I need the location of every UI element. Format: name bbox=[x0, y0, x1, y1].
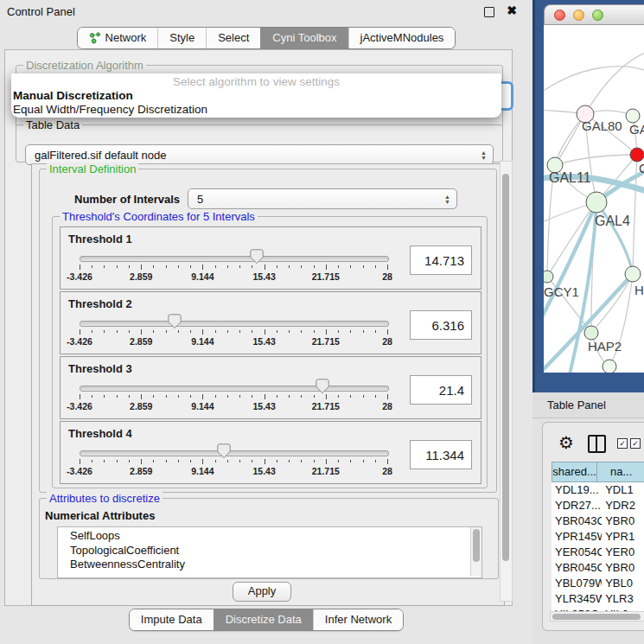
zoom-traffic-light-icon[interactable] bbox=[592, 10, 603, 21]
table-row[interactable]: YDR27...YDR2 bbox=[552, 498, 644, 513]
network-node-ga[interactable] bbox=[626, 109, 640, 123]
table-cell[interactable]: YDR27... bbox=[552, 498, 602, 513]
table-cell[interactable]: YLR3 bbox=[602, 591, 644, 607]
table-row[interactable]: YDL19...YDL1 bbox=[552, 482, 644, 498]
popup-option-manual-discretization[interactable]: Manual Discretization bbox=[11, 89, 501, 103]
node-attribute-table[interactable]: shared... na... YDL19...YDL1YDR27...YDR2… bbox=[552, 462, 644, 611]
checkbox-icon[interactable]: ✓ bbox=[617, 438, 628, 449]
table-cell[interactable]: YER054C bbox=[552, 545, 602, 560]
network-node-h[interactable] bbox=[625, 266, 641, 282]
network-node-gal4[interactable] bbox=[586, 192, 607, 213]
attribute-list-item[interactable]: BetweennessCentrality bbox=[70, 558, 481, 572]
tab-select[interactable]: Select bbox=[206, 28, 260, 48]
slider-tick bbox=[314, 265, 315, 268]
threshold-4-value-field[interactable]: 11.344 bbox=[410, 440, 472, 469]
table-cell[interactable]: YPR1 bbox=[602, 529, 644, 545]
network-view-canvas[interactable]: GAL80GACGAL11GAL4GCY1HHAP2 bbox=[544, 25, 644, 373]
popup-option-equal-width-frequency[interactable]: Equal Width/Frequency Discretization bbox=[11, 103, 501, 117]
table-row[interactable]: YLR345WYLR3 bbox=[552, 591, 644, 607]
threshold-4-slider-thumb[interactable] bbox=[217, 443, 231, 459]
popup-placeholder-option[interactable]: Select algorithm to view settings bbox=[11, 73, 501, 89]
table-cell[interactable]: YBL0 bbox=[602, 576, 644, 591]
tab-style[interactable]: Style bbox=[157, 28, 206, 48]
slider-tick bbox=[289, 460, 290, 462]
column-header-shared-name[interactable]: shared... bbox=[552, 462, 596, 482]
table-cell[interactable]: YPR145W bbox=[552, 529, 602, 545]
network-node-label: C bbox=[639, 161, 644, 175]
table-cell[interactable]: YDR2 bbox=[602, 498, 644, 513]
attributes-group-title: Attributes to discretize bbox=[47, 492, 163, 505]
tab-label: Discretize Data bbox=[226, 609, 302, 630]
table-row[interactable]: YPR145WYPR1 bbox=[552, 529, 644, 545]
slider-tick bbox=[227, 330, 228, 333]
threshold-1-slider-track[interactable] bbox=[80, 256, 389, 262]
table-row[interactable]: YBR045CYBR0 bbox=[552, 560, 644, 576]
tab-impute-data[interactable]: Impute Data bbox=[130, 609, 214, 630]
slider-tick bbox=[387, 394, 388, 399]
table-cell[interactable]: YBR043C bbox=[552, 513, 602, 529]
table-row[interactable]: YER054CYER0 bbox=[552, 545, 644, 560]
threshold-3-slider-track[interactable] bbox=[80, 386, 389, 392]
network-node-c[interactable] bbox=[630, 148, 644, 162]
checkbox-icon[interactable]: ✓ bbox=[630, 438, 641, 449]
tab-network[interactable]: Network bbox=[78, 28, 158, 48]
apply-button[interactable]: Apply bbox=[233, 582, 291, 602]
network-edge[interactable] bbox=[585, 51, 644, 114]
table-cell[interactable]: YDL19... bbox=[552, 482, 602, 498]
threshold-3-slider-thumb[interactable] bbox=[316, 379, 329, 394]
slider-tick bbox=[326, 459, 327, 464]
table-cell[interactable]: YBR0 bbox=[602, 560, 644, 576]
slider-tick bbox=[326, 394, 327, 399]
attribute-list-item[interactable]: TopologicalCoefficient bbox=[70, 544, 481, 558]
tab-infer-network[interactable]: Infer Network bbox=[313, 609, 403, 630]
close-icon[interactable]: ✖ bbox=[507, 3, 517, 17]
table-cell[interactable]: YBR0 bbox=[602, 513, 644, 529]
threshold-1-slider-thumb[interactable] bbox=[250, 249, 264, 265]
threshold-2-slider-track[interactable] bbox=[80, 321, 389, 327]
threshold-2-slider-thumb[interactable] bbox=[168, 314, 182, 329]
numerical-attributes-list[interactable]: SelfLoopsTopologicalCoefficientBetweenne… bbox=[57, 526, 482, 578]
network-edge[interactable] bbox=[555, 155, 637, 165]
tab-jactivemnodules[interactable]: jActiveMNodules bbox=[348, 28, 456, 48]
numerical-attributes-label: Numerical Attributes bbox=[45, 509, 155, 522]
slider-tick bbox=[129, 330, 130, 333]
table-cell[interactable]: YDL1 bbox=[602, 482, 644, 498]
minimize-traffic-light-icon[interactable] bbox=[573, 10, 584, 21]
slider-tick bbox=[202, 394, 203, 399]
tab-discretize-data[interactable]: Discretize Data bbox=[214, 609, 313, 630]
table-cell[interactable]: YER0 bbox=[602, 545, 644, 560]
close-traffic-light-icon[interactable] bbox=[554, 10, 565, 21]
slider-tick bbox=[166, 265, 167, 268]
float-window-icon[interactable] bbox=[484, 7, 494, 17]
table-row[interactable]: YBR043CYBR0 bbox=[552, 513, 644, 529]
threshold-4-slider-track[interactable] bbox=[80, 450, 389, 456]
number-of-intervals-combo[interactable]: 5 ▲▼ bbox=[188, 188, 457, 209]
network-edge[interactable] bbox=[544, 67, 644, 94]
network-node-hap2[interactable] bbox=[584, 326, 598, 340]
slider-tick bbox=[153, 460, 154, 462]
gear-icon[interactable]: ⚙ bbox=[558, 432, 574, 453]
threshold-3-value-field[interactable]: 21.4 bbox=[410, 375, 472, 405]
table-cell[interactable]: YLR345W bbox=[552, 591, 602, 607]
split-columns-icon[interactable] bbox=[588, 435, 606, 453]
slider-tick bbox=[301, 330, 302, 333]
network-node-gcy1[interactable] bbox=[544, 271, 553, 283]
list-vertical-scrollbar[interactable] bbox=[470, 527, 481, 576]
table-horizontal-scrollbar[interactable] bbox=[550, 611, 644, 622]
table-cell[interactable]: YBL079W bbox=[552, 576, 602, 591]
attribute-list-item[interactable]: SelfLoops bbox=[70, 529, 481, 544]
table-cell[interactable]: YBR045C bbox=[552, 560, 602, 576]
tab-cyni-toolbox[interactable]: Cyni Toolbox bbox=[260, 28, 348, 48]
slider-tick bbox=[350, 265, 351, 268]
table-row[interactable]: YBL079WYBL0 bbox=[552, 576, 644, 591]
column-header-name[interactable]: na... bbox=[596, 462, 644, 482]
slider-tick-label: 2.859 bbox=[130, 336, 152, 347]
network-node[interactable] bbox=[603, 360, 616, 373]
network-edge[interactable] bbox=[633, 155, 637, 274]
threshold-1-value-field[interactable]: 14.713 bbox=[410, 245, 472, 275]
panel-vertical-scrollbar[interactable] bbox=[500, 161, 513, 602]
slider-tick bbox=[338, 330, 339, 333]
threshold-2-value-field[interactable]: 6.316 bbox=[410, 310, 472, 340]
slider-tick bbox=[277, 395, 277, 398]
network-node-label: H bbox=[634, 283, 644, 297]
